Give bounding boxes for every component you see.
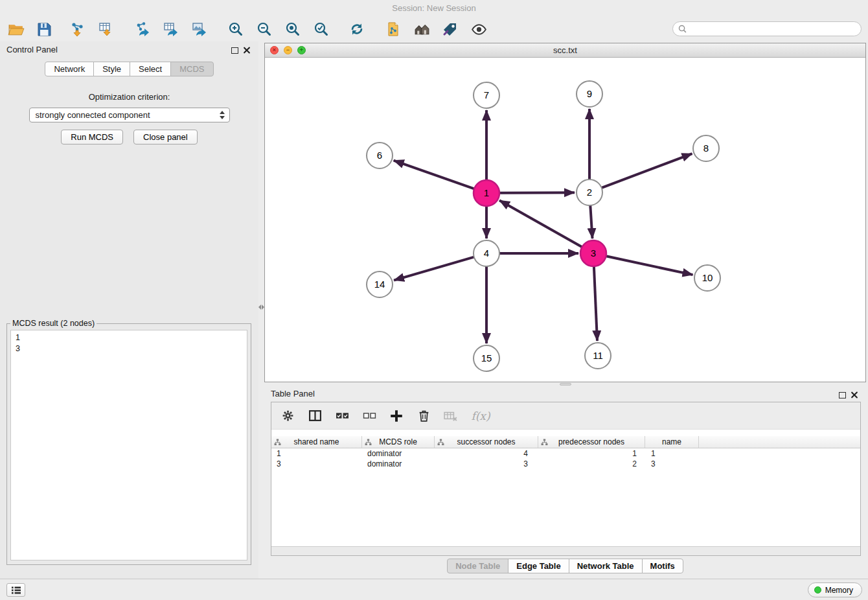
network-window-titlebar[interactable]: × − + scc.txt (265, 43, 865, 58)
cell-shared-name[interactable]: 1 (271, 448, 362, 459)
home-button[interactable] (407, 19, 436, 40)
network-graph[interactable]: 7968124314101511 (265, 58, 865, 382)
window-close-button[interactable]: × (270, 46, 279, 54)
deselect-all-button[interactable] (361, 408, 378, 424)
horizontal-splitter-handle-icon[interactable] (560, 383, 571, 386)
graph-node-6[interactable]: 6 (367, 143, 393, 168)
graph-node-3[interactable]: 3 (580, 240, 606, 266)
graph-node-11[interactable]: 11 (585, 343, 611, 369)
table-horizontal-scrollbar[interactable] (271, 546, 860, 555)
cell-name[interactable]: 3 (645, 459, 699, 469)
node-table: shared name MCDS role successor nodes pr… (271, 430, 860, 546)
memory-button[interactable]: Memory (808, 583, 862, 597)
run-mcds-button[interactable]: Run MCDS (61, 130, 123, 144)
window-zoom-button[interactable]: + (297, 46, 306, 54)
zoom-out-button[interactable] (250, 19, 279, 40)
graph-node-4[interactable]: 4 (474, 240, 499, 266)
tab-network-table[interactable]: Network Table (569, 559, 643, 573)
close-panel-icon[interactable] (243, 46, 251, 54)
graph-edge-1-6[interactable] (394, 161, 474, 189)
show-columns-button[interactable] (306, 408, 323, 424)
svg-text:6: 6 (377, 150, 382, 161)
graph-node-9[interactable]: 9 (577, 81, 602, 107)
control-panel: Control Panel Network Style Select MCDS … (0, 41, 258, 579)
graph-node-14[interactable]: 14 (367, 271, 393, 297)
zoom-selected-button[interactable] (307, 19, 336, 40)
graph-node-15[interactable]: 15 (474, 345, 499, 371)
tab-motifs[interactable]: Motifs (642, 559, 683, 573)
graph-node-8[interactable]: 8 (693, 135, 719, 161)
export-image-button[interactable] (185, 19, 214, 40)
graph-node-2[interactable]: 2 (577, 179, 602, 205)
table-row[interactable]: 1 dominator 4 1 1 (271, 448, 860, 459)
column-label: successor nodes (457, 437, 515, 446)
duplicate-network-button[interactable] (379, 19, 407, 40)
table-float-panel-icon[interactable] (839, 392, 846, 398)
tab-network[interactable]: Network (45, 62, 94, 76)
export-network-button[interactable] (128, 19, 157, 40)
column-header-successor-nodes[interactable]: successor nodes (435, 436, 538, 448)
delete-table-button[interactable] (442, 408, 459, 424)
cell-shared-name[interactable]: 3 (271, 459, 362, 469)
cell-mcds-role[interactable]: dominator (362, 448, 435, 459)
task-history-button[interactable] (6, 583, 25, 597)
search-input[interactable] (690, 23, 861, 35)
sort-hierarchy-icon (541, 439, 548, 446)
add-column-button[interactable] (388, 408, 405, 424)
window-minimize-button[interactable]: − (284, 46, 292, 54)
column-header-mcds-role[interactable]: MCDS role (362, 436, 435, 448)
graph-node-1[interactable]: 1 (474, 180, 499, 206)
function-builder-button[interactable]: f(x) (470, 408, 492, 424)
column-header-predecessor-nodes[interactable]: predecessor nodes (538, 436, 645, 448)
tab-edge-table[interactable]: Edge Table (508, 559, 569, 573)
cell-mcds-role[interactable]: dominator (362, 459, 435, 469)
tab-mcds[interactable]: MCDS (170, 62, 213, 76)
export-table-button[interactable] (157, 19, 185, 40)
graph-edge-2-3[interactable] (590, 205, 592, 238)
import-group (63, 19, 120, 40)
import-network-button[interactable] (63, 19, 91, 40)
network-canvas[interactable]: 7968124314101511 (265, 58, 865, 382)
import-table-button[interactable] (91, 19, 120, 40)
criterion-dropdown[interactable]: strongly connected component (29, 108, 230, 122)
svg-text:11: 11 (593, 350, 603, 361)
graph-edge-4-14[interactable] (394, 257, 474, 281)
graph-edge-1-2[interactable] (499, 192, 575, 193)
graph-node-10[interactable]: 10 (694, 265, 720, 291)
tab-select[interactable]: Select (130, 62, 171, 76)
cell-predecessor-nodes[interactable]: 1 (538, 448, 645, 459)
open-session-button[interactable] (1, 19, 30, 40)
table-settings-button[interactable] (279, 408, 296, 424)
refresh-button[interactable] (343, 19, 371, 40)
cell-successor-nodes[interactable]: 3 (435, 459, 538, 469)
graph-edge-3-11[interactable] (594, 266, 597, 341)
close-panel-button[interactable]: Close panel (133, 130, 198, 144)
graph-edge-2-8[interactable] (602, 154, 692, 188)
graph-edge-3-10[interactable] (606, 256, 693, 275)
delete-column-button[interactable] (415, 408, 432, 424)
tab-style[interactable]: Style (93, 62, 130, 76)
eye-button[interactable] (464, 19, 493, 40)
float-panel-icon[interactable] (231, 47, 238, 54)
vertical-splitter[interactable] (258, 41, 264, 579)
column-header-name[interactable]: name (645, 436, 699, 448)
tab-node-table[interactable]: Node Table (447, 559, 508, 573)
zoom-in-button[interactable] (222, 19, 250, 40)
vertical-splitter-handle-icon[interactable] (258, 302, 264, 312)
view-group (379, 19, 493, 40)
cell-name[interactable]: 1 (645, 448, 699, 459)
select-all-button[interactable] (334, 408, 350, 424)
cell-successor-nodes[interactable]: 4 (435, 448, 538, 459)
list-icon (11, 586, 21, 595)
graph-edge-3-1[interactable] (499, 200, 582, 247)
search-field[interactable] (672, 21, 862, 36)
save-session-button[interactable] (30, 19, 58, 40)
cell-predecessor-nodes[interactable]: 2 (538, 459, 645, 469)
column-header-shared-name[interactable]: shared name (271, 436, 362, 448)
graph-node-7[interactable]: 7 (474, 82, 499, 108)
table-row[interactable]: 3 dominator 3 2 3 (271, 459, 860, 469)
zoom-fit-button[interactable] (279, 19, 307, 40)
export-table-icon (163, 21, 179, 38)
style-button[interactable] (436, 19, 464, 40)
table-close-panel-icon[interactable] (851, 391, 858, 398)
